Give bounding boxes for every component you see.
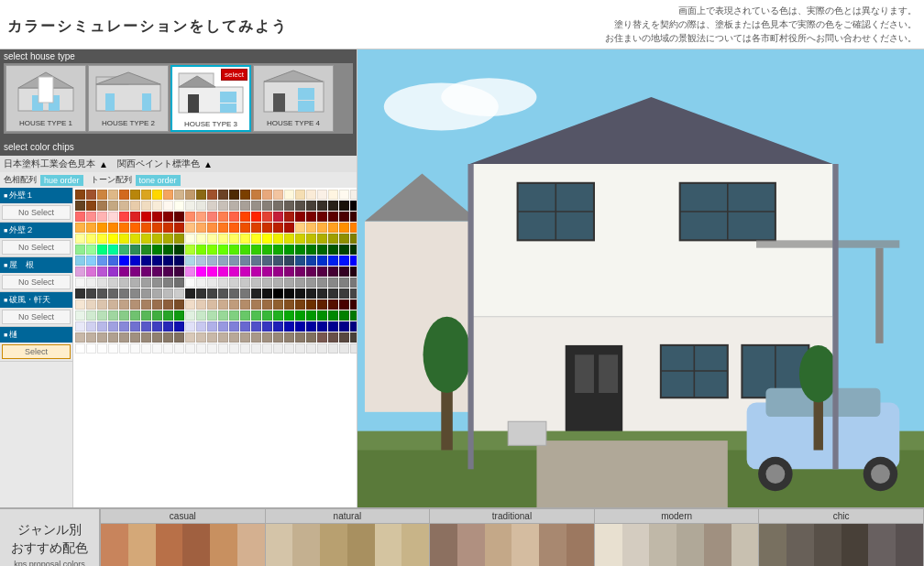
color-chip[interactable] [119,321,129,332]
color-chip[interactable] [218,321,228,332]
color-chip[interactable] [350,299,357,310]
color-chip[interactable] [196,278,206,288]
color-chip[interactable] [306,278,316,288]
color-chip[interactable] [240,299,250,310]
color-chip[interactable] [207,288,217,299]
color-chip[interactable] [262,234,272,244]
color-chip[interactable] [97,288,107,299]
color-chip[interactable] [317,223,327,233]
proposal-swatch-natural-0[interactable] [266,524,293,566]
color-chip[interactable] [218,256,228,266]
color-chip[interactable] [163,245,173,255]
color-chip[interactable] [284,267,294,277]
color-chip[interactable] [196,223,206,233]
color-chip[interactable] [207,190,217,200]
color-chip[interactable] [273,190,283,200]
proposal-swatch-modern-4[interactable] [704,524,732,566]
proposal-swatch-natural-2[interactable] [320,524,347,566]
color-chip[interactable] [185,299,195,310]
color-chip[interactable] [130,343,140,354]
color-chip[interactable] [284,201,294,211]
color-chip[interactable] [240,201,250,211]
color-chip[interactable] [229,288,239,299]
proposal-swatch-casual-4[interactable] [210,524,237,566]
color-chip[interactable] [119,299,129,310]
color-chip[interactable] [185,310,195,321]
color-chip[interactable] [240,310,250,321]
color-chip[interactable] [350,267,357,277]
color-chip[interactable] [306,299,316,310]
color-chip[interactable] [86,245,96,255]
color-chip[interactable] [152,332,162,343]
color-chip[interactable] [163,201,173,211]
color-chip[interactable] [108,267,118,277]
color-chip[interactable] [75,267,85,277]
color-chip[interactable] [163,343,173,354]
color-chip[interactable] [152,343,162,354]
color-chip[interactable] [339,288,349,299]
color-chip[interactable] [328,245,338,255]
color-chip[interactable] [240,343,250,354]
color-chip[interactable] [284,245,294,255]
color-chip[interactable] [295,278,305,288]
color-chip[interactable] [196,267,206,277]
color-chip[interactable] [130,267,140,277]
color-chip[interactable] [185,288,195,299]
color-chip[interactable] [86,212,96,222]
color-chip[interactable] [141,267,151,277]
color-chip[interactable] [152,223,162,233]
color-chip[interactable] [262,212,272,222]
color-chip[interactable] [339,299,349,310]
color-chip[interactable] [317,321,327,332]
color-chip[interactable] [196,332,206,343]
color-chip[interactable] [339,212,349,222]
color-chip[interactable] [295,267,305,277]
color-chip[interactable] [284,234,294,244]
color-chip[interactable] [174,278,184,288]
proposal-swatch-natural-1[interactable] [292,524,320,566]
color-chip[interactable] [152,256,162,266]
color-chip[interactable] [339,234,349,244]
color-chip[interactable] [141,288,151,299]
color-chip[interactable] [262,310,272,321]
color-chip[interactable] [339,245,349,255]
color-chip[interactable] [251,201,261,211]
color-chip[interactable] [229,332,239,343]
color-chip[interactable] [262,288,272,299]
tone-order-btn[interactable]: tone order [136,175,181,186]
color-chip[interactable] [196,212,206,222]
color-chip[interactable] [108,212,118,222]
color-chip[interactable] [174,201,184,211]
color-chip[interactable] [141,299,151,310]
color-chip[interactable] [185,332,195,343]
proposal-swatch-traditional-0[interactable] [430,524,457,566]
color-chip[interactable] [119,223,129,233]
color-chip[interactable] [251,190,261,200]
color-chip[interactable] [141,234,151,244]
color-chip[interactable] [284,223,294,233]
color-chip[interactable] [185,201,195,211]
color-chip[interactable] [86,310,96,321]
color-chip[interactable] [339,190,349,200]
color-chip[interactable] [218,201,228,211]
color-chip[interactable] [75,212,85,222]
color-chip[interactable] [350,288,357,299]
color-chip[interactable] [185,190,195,200]
color-chip[interactable] [196,321,206,332]
color-chip[interactable] [108,310,118,321]
color-chip[interactable] [174,212,184,222]
color-chip[interactable] [86,299,96,310]
color-chip[interactable] [141,201,151,211]
color-chip[interactable] [97,267,107,277]
color-chip[interactable] [251,332,261,343]
color-chip[interactable] [108,343,118,354]
color-chip[interactable] [306,190,316,200]
color-chip[interactable] [284,299,294,310]
proposal-swatch-traditional-4[interactable] [539,524,566,566]
color-chip[interactable] [130,299,140,310]
color-chip[interactable] [306,234,316,244]
color-chip[interactable] [196,256,206,266]
hue-order-btn[interactable]: hue order [40,175,83,186]
color-chip[interactable] [317,245,327,255]
color-chip[interactable] [207,267,217,277]
